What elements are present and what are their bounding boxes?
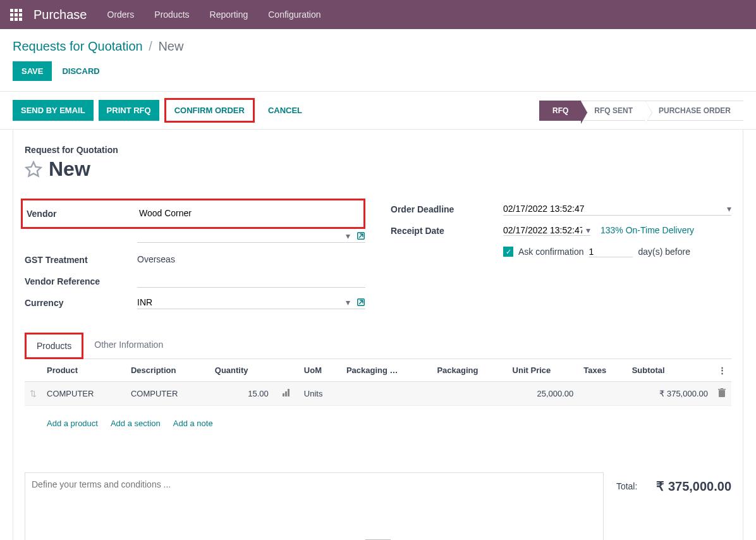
total-value: ₹ 375,000.00 — [656, 479, 731, 494]
ask-confirmation-label: Ask confirmation — [518, 247, 583, 257]
terms-input[interactable] — [32, 479, 597, 500]
terms-box[interactable] — [25, 472, 604, 540]
cancel-button[interactable]: CANCEL — [260, 100, 310, 121]
th-quantity: Quantity — [210, 359, 274, 382]
total-label: Total: — [616, 481, 637, 491]
send-email-button[interactable]: SEND BY EMAIL — [13, 100, 94, 121]
drag-handle-icon[interactable]: ⇅ — [25, 382, 42, 406]
order-lines-table: Product Description Quantity UoM Packagi… — [25, 359, 731, 441]
add-section-link[interactable]: Add a section — [111, 419, 161, 428]
vendor-highlight: Vendor — [21, 199, 365, 229]
cell-quantity[interactable]: 15.00 — [210, 382, 274, 406]
cell-uom[interactable]: Units — [299, 382, 341, 406]
top-nav: Orders Products Reporting Configuration — [107, 9, 321, 20]
save-row: SAVE DISCARD — [0, 59, 756, 91]
svg-rect-8 — [721, 388, 723, 390]
on-time-delivery[interactable]: 133% On-Time Delivery — [601, 225, 694, 235]
vendor-caret-icon[interactable]: ▾ — [346, 231, 350, 241]
tab-other-info[interactable]: Other Information — [83, 333, 174, 359]
tabs: Products Other Information — [25, 333, 731, 359]
vendor-ref-label: Vendor Reference — [25, 276, 137, 286]
cell-taxes[interactable] — [578, 382, 626, 406]
th-packaging: Packaging — [432, 359, 507, 382]
vendor-external-icon[interactable] — [357, 231, 365, 240]
receipt-caret-icon[interactable]: ▾ — [586, 225, 590, 235]
cell-packaging-q[interactable] — [341, 382, 432, 406]
cell-packaging[interactable] — [432, 382, 507, 406]
currency-label: Currency — [25, 298, 137, 308]
doc-title: New — [49, 157, 90, 181]
add-note-link[interactable]: Add a note — [173, 419, 213, 428]
cell-subtotal: ₹ 375,000.00 — [627, 382, 713, 406]
top-navbar: Purchase Orders Products Reporting Confi… — [0, 0, 756, 29]
gst-value: Overseas — [137, 254, 175, 264]
th-taxes: Taxes — [578, 359, 626, 382]
breadcrumb-sep: / — [149, 39, 152, 53]
deadline-input[interactable] — [503, 204, 721, 214]
app-title: Purchase — [34, 8, 87, 22]
cell-description[interactable]: COMPUTER — [126, 382, 210, 406]
th-unit-price: Unit Price — [508, 359, 579, 382]
confirm-highlight: CONFIRM ORDER — [164, 98, 255, 123]
status-bar: RFQ RFQ SENT PURCHASE ORDER — [539, 101, 743, 121]
th-description: Description — [126, 359, 210, 382]
nav-reporting[interactable]: Reporting — [210, 9, 248, 20]
add-product-link[interactable]: Add a product — [47, 419, 98, 428]
th-product: Product — [42, 359, 126, 382]
currency-input[interactable] — [137, 297, 339, 307]
trash-icon[interactable] — [718, 390, 726, 399]
nav-products[interactable]: Products — [154, 9, 189, 20]
table-row[interactable]: ⇅ COMPUTER COMPUTER 15.00 Units 25,000.0… — [25, 382, 731, 406]
breadcrumb: Requests for Quotation / New — [0, 29, 756, 59]
form-sheet: Request for Quotation New Vendor ▾ — [13, 129, 743, 540]
column-options-icon[interactable]: ⋮ — [713, 359, 731, 382]
nav-orders[interactable]: Orders — [107, 9, 135, 20]
tab-products[interactable]: Products — [25, 333, 83, 359]
th-subtotal: Subtotal — [627, 359, 713, 382]
days-input[interactable] — [588, 247, 633, 257]
cell-unit-price[interactable]: 25,000.00 — [508, 382, 579, 406]
action-bar: SEND BY EMAIL PRINT RFQ CONFIRM ORDER CA… — [0, 92, 756, 129]
breadcrumb-root[interactable]: Requests for Quotation — [13, 39, 143, 53]
status-rfq[interactable]: RFQ — [539, 101, 581, 121]
save-button[interactable]: SAVE — [13, 61, 52, 81]
receipt-label: Receipt Date — [391, 226, 503, 236]
apps-icon[interactable] — [10, 9, 22, 21]
gst-label: GST Treatment — [25, 255, 137, 265]
th-uom: UoM — [299, 359, 341, 382]
vendor-label: Vendor — [27, 209, 139, 219]
discard-button[interactable]: DISCARD — [62, 66, 99, 76]
breadcrumb-current: New — [158, 39, 183, 53]
status-purchase-order[interactable]: PURCHASE ORDER — [645, 101, 743, 121]
vendor-input[interactable] — [139, 208, 360, 218]
svg-marker-0 — [26, 162, 40, 176]
status-rfq-sent[interactable]: RFQ SENT — [581, 101, 645, 121]
days-after-label: day(s) before — [638, 247, 690, 257]
currency-caret-icon[interactable]: ▾ — [346, 297, 350, 307]
star-icon[interactable] — [25, 161, 42, 178]
cell-product[interactable]: COMPUTER — [42, 382, 126, 406]
svg-rect-4 — [285, 391, 287, 396]
print-rfq-button[interactable]: PRINT RFQ — [99, 100, 159, 121]
th-packaging-q: Packaging … — [341, 359, 432, 382]
currency-external-icon[interactable] — [357, 298, 365, 307]
nav-configuration[interactable]: Configuration — [268, 9, 320, 20]
receipt-input[interactable] — [503, 225, 582, 235]
deadline-label: Order Deadline — [391, 204, 503, 214]
svg-rect-3 — [283, 393, 284, 396]
deadline-caret-icon[interactable]: ▾ — [727, 204, 731, 214]
rfq-label: Request for Quotation — [25, 145, 731, 155]
vendor-ref-input[interactable] — [137, 276, 365, 286]
svg-rect-6 — [719, 390, 725, 397]
ask-confirmation-checkbox[interactable]: ✓ — [503, 247, 513, 257]
total-box: Total: ₹ 375,000.00 — [616, 472, 731, 494]
confirm-order-button[interactable]: CONFIRM ORDER — [166, 100, 253, 121]
svg-rect-5 — [288, 389, 290, 396]
forecast-icon[interactable] — [283, 389, 291, 398]
